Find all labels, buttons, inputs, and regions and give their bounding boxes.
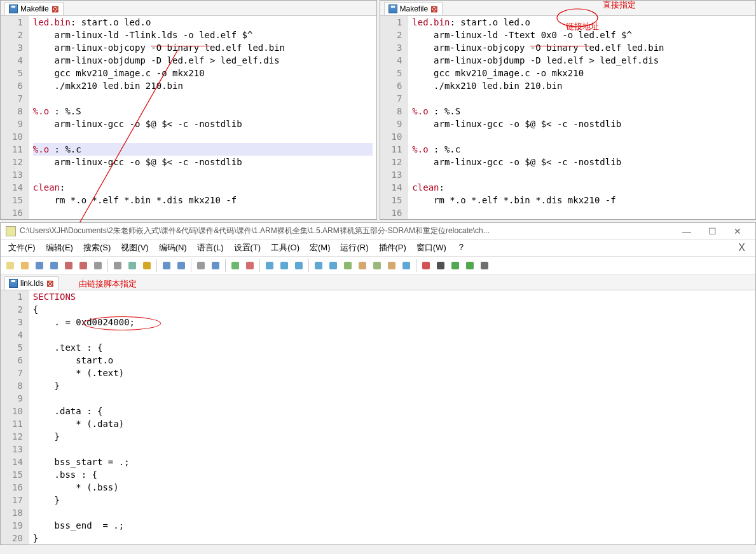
- find-icon[interactable]: [194, 259, 208, 273]
- svg-rect-9: [114, 262, 121, 269]
- menu-item[interactable]: 窗口(W): [411, 241, 451, 255]
- doc-map-icon[interactable]: [355, 259, 369, 273]
- toolbar: [1, 257, 755, 275]
- tab-bar: Makefile ⊠: [380, 1, 756, 16]
- sync-v-icon[interactable]: [263, 259, 277, 273]
- code-content[interactable]: SECTIONS{ . = 0xd0024000; .text : { star…: [29, 290, 755, 544]
- replace-icon[interactable]: [209, 259, 223, 273]
- svg-rect-22: [329, 262, 337, 269]
- menu-item[interactable]: 编辑(E): [41, 241, 78, 255]
- tab-label: Makefile: [400, 4, 429, 13]
- sync-h-icon[interactable]: [277, 259, 291, 273]
- save-icon: [9, 279, 18, 288]
- line-gutter: 12345678910111213141516: [1, 16, 29, 219]
- close-icon[interactable]: [62, 259, 76, 273]
- svg-rect-8: [94, 262, 102, 269]
- code-content[interactable]: led.bin: start.o led.o arm-linux-ld -Tte…: [408, 16, 755, 219]
- svg-rect-19: [280, 262, 288, 269]
- tab-linklds[interactable]: link.lds ⊠: [4, 276, 58, 290]
- minimize-button[interactable]: —: [674, 226, 699, 236]
- svg-rect-16: [231, 262, 239, 269]
- svg-rect-5: [50, 262, 58, 269]
- title-bar[interactable]: C:\Users\XJH\Documents\2朱老师嵌入式\课件&代码\课件&…: [1, 223, 755, 240]
- menu-item[interactable]: 运行(R): [335, 241, 373, 255]
- svg-rect-23: [344, 262, 352, 269]
- indent-guide-icon[interactable]: [326, 259, 340, 273]
- print-icon[interactable]: [91, 259, 105, 273]
- maximize-button[interactable]: ☐: [699, 226, 725, 236]
- svg-rect-32: [481, 262, 488, 269]
- wrap-icon[interactable]: [292, 259, 306, 273]
- tab-label: link.lds: [20, 279, 44, 288]
- svg-rect-2: [6, 262, 14, 269]
- svg-rect-29: [437, 262, 444, 269]
- menu-item[interactable]: 搜索(S): [78, 241, 116, 255]
- close-icon[interactable]: ⊠: [430, 4, 438, 14]
- svg-rect-24: [359, 262, 366, 269]
- menu-item[interactable]: 编码(N): [154, 241, 192, 255]
- tab-label: Makefile: [20, 4, 49, 13]
- show-all-icon[interactable]: [312, 259, 326, 273]
- zoom-out-icon[interactable]: [243, 259, 257, 273]
- line-gutter: 1234567891011121314151617181920: [1, 290, 29, 544]
- monitor-icon[interactable]: [399, 259, 413, 273]
- menu-bar: 文件(F)编辑(E)搜索(S)视图(V)编码(N)语言(L)设置(T)工具(O)…: [1, 240, 755, 257]
- tab-makefile-left[interactable]: Makefile ⊠: [4, 2, 64, 15]
- code-area-left[interactable]: 12345678910111213141516 led.bin: start.o…: [1, 16, 376, 219]
- stop-macro-icon[interactable]: [434, 259, 448, 273]
- menu-item[interactable]: 视图(V): [116, 241, 153, 255]
- menu-close-doc[interactable]: X: [733, 241, 753, 255]
- undo-icon[interactable]: [160, 259, 174, 273]
- cut-icon[interactable]: [111, 259, 125, 273]
- save-all-icon[interactable]: [47, 259, 61, 273]
- open-file-icon[interactable]: [18, 259, 32, 273]
- svg-rect-30: [451, 262, 459, 269]
- svg-rect-26: [388, 262, 395, 269]
- svg-rect-13: [177, 262, 185, 269]
- code-area-right[interactable]: 12345678910111213141516 led.bin: start.o…: [380, 16, 756, 219]
- tab-makefile-right[interactable]: Makefile ⊠: [384, 2, 443, 15]
- menu-item[interactable]: 文件(F): [3, 241, 41, 255]
- func-list-icon[interactable]: [370, 259, 384, 273]
- folder-icon[interactable]: [385, 259, 399, 273]
- play-multi-icon[interactable]: [463, 259, 477, 273]
- svg-rect-10: [128, 262, 136, 269]
- editor-window-bottom: C:\Users\XJH\Documents\2朱老师嵌入式\课件&代码\课件&…: [0, 222, 756, 545]
- close-all-icon[interactable]: [76, 259, 90, 273]
- svg-rect-11: [143, 262, 151, 269]
- svg-rect-17: [246, 262, 254, 269]
- new-file-icon[interactable]: [3, 259, 17, 273]
- menu-item[interactable]: 工具(O): [266, 241, 305, 255]
- svg-rect-31: [466, 262, 474, 269]
- window-title: C:\Users\XJH\Documents\2朱老师嵌入式\课件&代码\课件&…: [20, 226, 674, 236]
- save-icon[interactable]: [32, 259, 46, 273]
- close-icon[interactable]: ⊠: [52, 4, 59, 14]
- close-icon[interactable]: ⊠: [46, 278, 54, 288]
- svg-rect-4: [36, 262, 43, 269]
- close-button[interactable]: ✕: [725, 226, 750, 236]
- lang-icon[interactable]: [341, 259, 355, 273]
- svg-rect-15: [212, 262, 219, 269]
- save-icon: [9, 4, 18, 13]
- save-macro-icon[interactable]: [478, 259, 491, 273]
- svg-rect-21: [315, 262, 322, 269]
- code-area-bottom[interactable]: 1234567891011121314151617181920 SECTIONS…: [1, 290, 755, 544]
- svg-rect-3: [21, 262, 29, 269]
- record-macro-icon[interactable]: [419, 259, 433, 273]
- code-content[interactable]: led.bin: start.o led.o arm-linux-ld -Tli…: [29, 16, 376, 219]
- menu-item[interactable]: 插件(P): [374, 241, 411, 255]
- paste-icon[interactable]: [140, 259, 154, 273]
- svg-rect-28: [422, 262, 430, 269]
- menu-item[interactable]: 设置(T): [229, 241, 266, 255]
- svg-rect-18: [266, 262, 273, 269]
- redo-icon[interactable]: [174, 259, 188, 273]
- tab-bar: link.lds ⊠ 由链接脚本指定: [1, 275, 755, 290]
- menu-item[interactable]: 宏(M): [305, 241, 336, 255]
- svg-rect-27: [402, 262, 410, 269]
- menu-item[interactable]: 语言(L): [192, 241, 229, 255]
- copy-icon[interactable]: [125, 259, 139, 273]
- play-macro-icon[interactable]: [448, 259, 462, 273]
- menu-help[interactable]: ?: [454, 241, 469, 255]
- svg-rect-14: [197, 262, 205, 269]
- zoom-in-icon[interactable]: [228, 259, 242, 273]
